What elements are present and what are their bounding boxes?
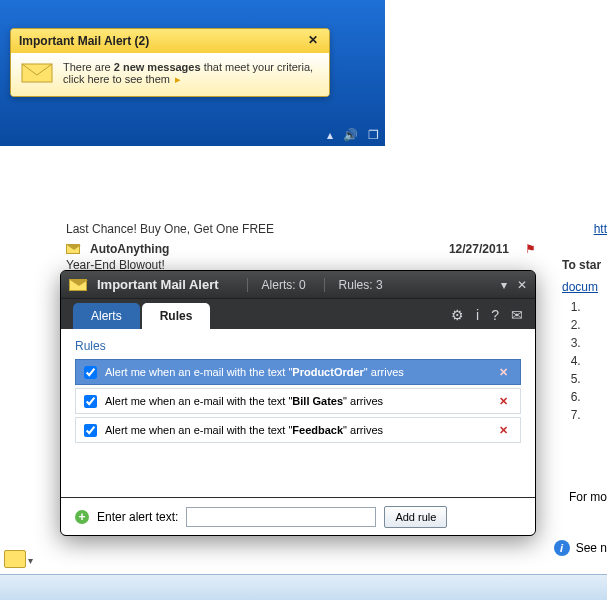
list-item	[584, 354, 607, 372]
volume-icon[interactable]: 🔊	[343, 128, 358, 142]
plus-icon: +	[75, 510, 89, 524]
toast-message: There are 2 new messages that meet your …	[63, 61, 319, 86]
tab-alerts[interactable]: Alerts	[73, 303, 140, 329]
rule-row[interactable]: Alert me when an e-mail with the text "B…	[75, 388, 521, 414]
envelope-icon	[21, 61, 53, 85]
rule-text: Alert me when an e-mail with the text "P…	[105, 366, 404, 378]
mail-row[interactable]: AutoAnything 12/27/2011 ⚑	[66, 242, 536, 256]
minimize-icon[interactable]: ▾	[501, 278, 507, 292]
list-item	[584, 372, 607, 390]
toast-title-text: Important Mail Alert (2)	[19, 34, 149, 48]
rule-row[interactable]: Alert me when an e-mail with the text "F…	[75, 417, 521, 443]
mail-subject: Last Chance! Buy One, Get One FREE	[66, 222, 536, 236]
list-item	[584, 318, 607, 336]
info-icon[interactable]: i	[476, 307, 479, 323]
right-panel: To star docum	[562, 258, 607, 426]
close-icon[interactable]: ✕	[305, 33, 321, 49]
alert-text-input[interactable]	[186, 507, 376, 527]
dropdown-caret-icon[interactable]: ▾	[28, 555, 33, 566]
folder-icon[interactable]	[4, 550, 26, 568]
list-item	[584, 390, 607, 408]
mail-alert-toast[interactable]: Important Mail Alert (2) ✕ There are 2 n…	[10, 28, 330, 97]
dialog-titlebar: Important Mail Alert Alerts: 0 Rules: 3 …	[61, 271, 535, 299]
system-tray: ▴ 🔊 ❐	[327, 128, 379, 142]
info-text: See n	[576, 541, 607, 555]
close-icon[interactable]: ✕	[517, 278, 527, 292]
action-center-icon[interactable]: ❐	[368, 128, 379, 142]
rule-checkbox[interactable]	[84, 395, 97, 408]
right-footer: For mo	[569, 490, 607, 504]
tab-row: Alerts Rules ⚙ i ? ✉	[61, 299, 535, 329]
mail-list: Last Chance! Buy One, Get One FREE AutoA…	[66, 222, 536, 272]
toast-body[interactable]: There are 2 new messages that meet your …	[11, 53, 329, 96]
list-item	[584, 336, 607, 354]
status-bar	[0, 574, 607, 600]
section-label: Rules	[75, 339, 521, 353]
right-link[interactable]: docum	[562, 280, 607, 294]
footer-label: Enter alert text:	[97, 510, 178, 524]
rule-row[interactable]: Alert me when an e-mail with the text "P…	[75, 359, 521, 385]
numbered-list	[562, 300, 607, 426]
add-rule-button[interactable]: Add rule	[384, 506, 447, 528]
rule-checkbox[interactable]	[84, 424, 97, 437]
toast-titlebar: Important Mail Alert (2) ✕	[11, 29, 329, 53]
envelope-icon	[69, 279, 87, 291]
delete-rule-icon[interactable]: ✕	[495, 424, 512, 437]
delete-rule-icon[interactable]: ✕	[495, 395, 512, 408]
dialog-body: Rules Alert me when an e-mail with the t…	[61, 329, 535, 499]
tab-rules[interactable]: Rules	[142, 303, 211, 329]
help-icon[interactable]: ?	[491, 307, 499, 323]
delete-rule-icon[interactable]: ✕	[495, 366, 512, 379]
alerts-count: Alerts: 0	[247, 278, 306, 292]
rule-text: Alert me when an e-mail with the text "F…	[105, 424, 383, 436]
rule-text: Alert me when an e-mail with the text "B…	[105, 395, 383, 407]
flag-icon[interactable]: ⚑	[525, 242, 536, 256]
mail-icon[interactable]: ✉	[511, 307, 523, 323]
info-row: i See n	[554, 540, 607, 556]
list-item	[584, 408, 607, 426]
dialog-stats: Alerts: 0 Rules: 3	[247, 278, 383, 292]
mail-from: AutoAnything	[90, 242, 443, 256]
right-heading: To star	[562, 258, 607, 272]
envelope-icon	[66, 244, 80, 254]
chevron-right-icon: ▸	[170, 73, 181, 85]
rule-checkbox[interactable]	[84, 366, 97, 379]
desktop-background: Important Mail Alert (2) ✕ There are 2 n…	[0, 0, 385, 146]
rules-count: Rules: 3	[324, 278, 383, 292]
link-fragment[interactable]: htt	[594, 222, 607, 236]
important-mail-alert-dialog: Important Mail Alert Alerts: 0 Rules: 3 …	[60, 270, 536, 536]
gear-icon[interactable]: ⚙	[451, 307, 464, 323]
mail-date: 12/27/2011	[449, 242, 519, 256]
tray-up-icon[interactable]: ▴	[327, 128, 333, 142]
dialog-footer: + Enter alert text: Add rule	[61, 497, 535, 535]
list-item	[584, 300, 607, 318]
info-icon: i	[554, 540, 570, 556]
dialog-title: Important Mail Alert	[97, 277, 219, 292]
